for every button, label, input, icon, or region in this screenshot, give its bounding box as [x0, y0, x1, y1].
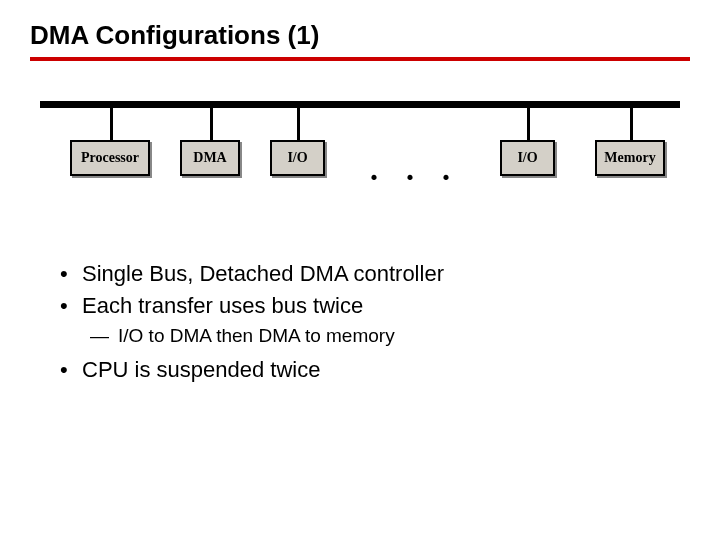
bus-diagram: Processor DMA I/O . . . I/O Memory — [40, 101, 680, 221]
bullet-item: Each transfer uses bus twice — [60, 293, 690, 319]
bus-stub — [210, 108, 213, 140]
bus-stub — [297, 108, 300, 140]
bullet-list: CPU is suspended twice — [60, 357, 690, 383]
bus-stub — [110, 108, 113, 140]
sub-bullet-item: I/O to DMA then DMA to memory — [90, 325, 690, 347]
sub-bullet-list: I/O to DMA then DMA to memory — [90, 325, 690, 347]
bullet-item: CPU is suspended twice — [60, 357, 690, 383]
bus-stub — [630, 108, 633, 140]
module-processor: Processor — [70, 140, 150, 176]
module-memory: Memory — [595, 140, 665, 176]
system-bus-line — [40, 101, 680, 108]
slide-title: DMA Configurations (1) — [30, 20, 690, 61]
bullet-list: Single Bus, Detached DMA controller Each… — [60, 261, 690, 319]
module-dma: DMA — [180, 140, 240, 176]
bullet-item: Single Bus, Detached DMA controller — [60, 261, 690, 287]
module-io-1: I/O — [270, 140, 325, 176]
bus-stub — [527, 108, 530, 140]
module-io-2: I/O — [500, 140, 555, 176]
ellipsis-icon: . . . — [370, 151, 460, 188]
